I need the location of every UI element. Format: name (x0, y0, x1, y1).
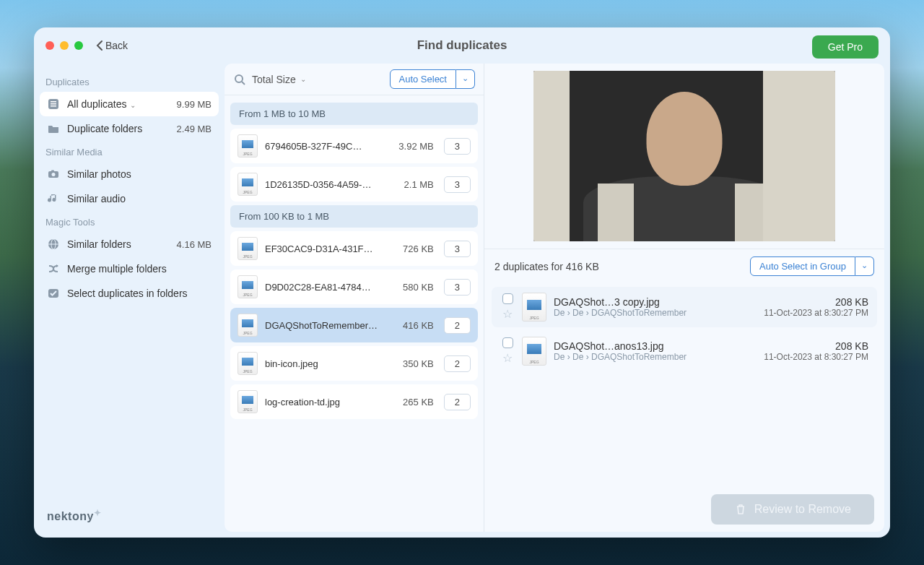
file-name: log-creation-td.jpg (265, 397, 396, 407)
preview-area (484, 64, 884, 249)
review-label: Review to Remove (754, 503, 851, 516)
duplicate-group-row[interactable]: EF30CAC9-D31A-431F… 726 KB 3 (230, 231, 478, 266)
duplicate-files-list: ☆ DGAQShot…3 copy.jpg De › De › DGAQShot… (484, 283, 884, 375)
folder-icon (47, 122, 60, 135)
camera-icon (47, 168, 60, 181)
list-pane: Total Size ⌄ Auto Select ⌄ From 1 MB to … (225, 64, 484, 532)
close-window[interactable] (45, 41, 54, 50)
select-checkbox[interactable] (502, 337, 513, 348)
duplicate-file-row[interactable]: ☆ DGAQShot…3 copy.jpg De › De › DGAQShot… (492, 287, 877, 327)
sidebar: Duplicates All duplicates ⌄ 9.99 MB Dupl… (34, 64, 225, 538)
dup-count-badge: 3 (444, 279, 471, 296)
chevron-left-icon (96, 40, 103, 51)
body: Duplicates All duplicates ⌄ 9.99 MB Dupl… (34, 64, 890, 538)
detail-pane: 2 duplicates for 416 KB Auto Select in G… (484, 64, 884, 532)
favorite-star-icon[interactable]: ☆ (502, 307, 513, 321)
file-size: 3.92 MB (398, 141, 433, 152)
auto-select-group-button[interactable]: Auto Select in Group (750, 256, 855, 276)
sort-button[interactable]: Total Size ⌄ (252, 74, 306, 85)
file-path: De › De › DGAQShotToRemember (554, 308, 757, 318)
auto-select-group: Auto Select in Group ⌄ (750, 256, 874, 276)
jpeg-thumb-icon (237, 390, 258, 413)
file-name: DGAQShotToRemember… (265, 320, 396, 331)
globe-icon (47, 238, 60, 251)
jpeg-thumb-icon (237, 173, 258, 196)
favorite-star-icon[interactable]: ☆ (502, 351, 513, 365)
sidebar-item-similar-audio[interactable]: Similar audio (40, 186, 219, 211)
svg-rect-1 (51, 101, 56, 103)
main-area: Total Size ⌄ Auto Select ⌄ From 1 MB to … (225, 64, 884, 532)
sidebar-item-label: Similar photos (67, 168, 212, 180)
sort-label: Total Size (252, 74, 296, 85)
file-meta: 208 KB 11-Oct-2023 at 8:30:27 PM (764, 296, 868, 318)
sidebar-section-label: Magic Tools (40, 211, 219, 232)
file-meta: 208 KB 11-Oct-2023 at 8:30:27 PM (764, 340, 868, 362)
review-remove-button[interactable]: Review to Remove (711, 494, 874, 525)
dup-count-badge: 3 (444, 176, 471, 193)
file-size: 726 KB (403, 243, 434, 254)
sidebar-item-label: Duplicate folders (67, 123, 170, 134)
duplicate-group-row[interactable]: DGAQShotToRemember… 416 KB 2 (230, 308, 478, 342)
maximize-window[interactable] (74, 41, 83, 50)
chevron-down-icon: ⌄ (300, 75, 306, 83)
minimize-window[interactable] (60, 41, 69, 50)
duplicate-group-row[interactable]: 1D26135D-0356-4A59-… 2.1 MB 3 (230, 167, 478, 202)
file-info: DGAQShot…anos13.jpg De › De › DGAQShotTo… (554, 340, 757, 362)
duplicate-group-row[interactable]: log-creation-td.jpg 265 KB 2 (230, 384, 478, 419)
file-name: DGAQShot…anos13.jpg (554, 340, 757, 352)
preview-image (533, 71, 835, 241)
file-size: 580 KB (403, 282, 434, 293)
dup-count-badge: 2 (444, 317, 471, 334)
back-button[interactable]: Back (96, 40, 128, 51)
row-controls: ☆ (500, 337, 515, 365)
get-pro-button[interactable]: Get Pro (812, 35, 879, 59)
sidebar-item-similar-folders[interactable]: Similar folders 4.16 MB (40, 232, 219, 256)
file-name: DGAQShot…3 copy.jpg (554, 296, 757, 308)
file-name: D9D02C28-EA81-4784… (265, 282, 396, 293)
dup-count-badge: 3 (444, 241, 471, 257)
check-folder-icon (47, 287, 60, 300)
select-checkbox[interactable] (502, 293, 513, 304)
file-size: 208 KB (764, 340, 868, 352)
file-name: EF30CAC9-D31A-431F… (265, 243, 396, 254)
detail-header: 2 duplicates for 416 KB Auto Select in G… (484, 249, 884, 283)
jpeg-thumb-icon (522, 337, 546, 366)
music-icon (47, 192, 60, 205)
list-icon (47, 98, 60, 111)
back-label: Back (105, 40, 128, 51)
search-icon[interactable] (233, 73, 246, 86)
file-date: 11-Oct-2023 at 8:30:27 PM (764, 308, 868, 318)
svg-rect-3 (51, 105, 56, 107)
file-name: 1D26135D-0356-4A59-… (265, 179, 397, 190)
file-size: 2.1 MB (404, 179, 434, 190)
file-size: 416 KB (403, 320, 434, 331)
sidebar-item-select-in-folders[interactable]: Select duplicates in folders (40, 281, 219, 306)
svg-point-11 (235, 75, 243, 82)
file-size: 350 KB (403, 358, 434, 369)
auto-select-dropdown[interactable]: ⌄ (456, 69, 475, 89)
sidebar-item-merge-folders[interactable]: Merge multiple folders (40, 256, 219, 281)
sidebar-item-all-duplicates[interactable]: All duplicates ⌄ 9.99 MB (40, 92, 219, 116)
sidebar-section-label: Duplicates (40, 71, 219, 92)
duplicate-group-row[interactable]: 6794605B-327F-49C… 3.92 MB 3 (230, 129, 478, 163)
duplicate-group-row[interactable]: D9D02C28-EA81-4784… 580 KB 3 (230, 269, 478, 304)
auto-select-group-dropdown[interactable]: ⌄ (855, 256, 874, 276)
sidebar-item-label: Merge multiple folders (67, 263, 212, 275)
jpeg-thumb-icon (237, 237, 258, 260)
auto-select-button[interactable]: Auto Select (390, 69, 457, 89)
file-name: bin-icon.jpeg (265, 358, 396, 369)
sidebar-item-duplicate-folders[interactable]: Duplicate folders 2.49 MB (40, 116, 219, 141)
duplicate-group-row[interactable]: bin-icon.jpeg 350 KB 2 (230, 346, 478, 381)
jpeg-thumb-icon (237, 275, 258, 298)
jpeg-thumb-icon (237, 314, 258, 337)
titlebar: Back Find duplicates Get Pro (34, 27, 890, 64)
svg-line-12 (242, 82, 245, 85)
sidebar-item-size: 9.99 MB (177, 99, 212, 110)
dup-count-badge: 2 (444, 394, 471, 410)
duplicate-file-row[interactable]: ☆ DGAQShot…anos13.jpg De › De › DGAQShot… (492, 331, 877, 371)
window-title: Find duplicates (34, 38, 890, 53)
list-body[interactable]: From 1 MB to 10 MB 6794605B-327F-49C… 3.… (225, 95, 484, 532)
sidebar-item-similar-photos[interactable]: Similar photos (40, 162, 219, 186)
svg-point-5 (52, 173, 56, 176)
sidebar-item-label: Similar folders (67, 238, 170, 250)
